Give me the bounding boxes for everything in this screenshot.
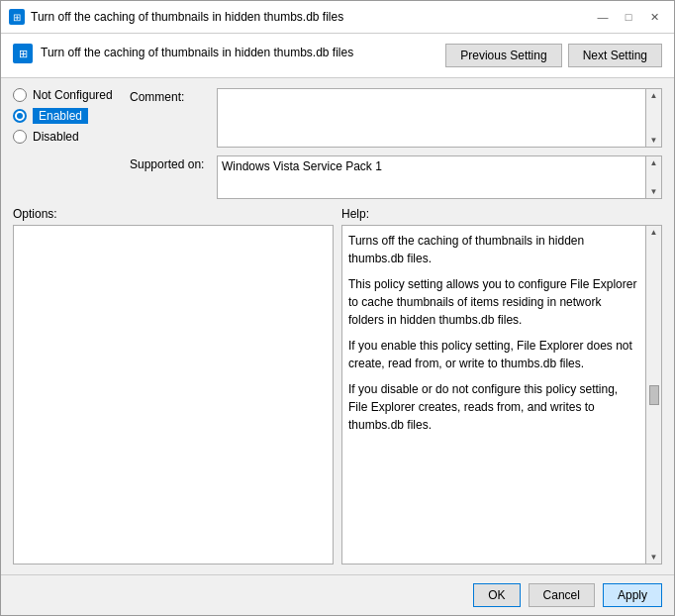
comment-scrollbar[interactable]: ▲ ▼ [645,89,661,147]
supported-scroll-up: ▲ [650,158,658,167]
apply-button[interactable]: Apply [603,583,662,607]
help-scrollbar[interactable]: ▲ ▼ [645,226,661,564]
header-left: ⊞ Turn off the caching of thumbnails in … [13,44,445,63]
radio-disabled[interactable]: Disabled [13,130,122,144]
policy-icon: ⊞ [13,44,33,63]
options-panel [13,225,334,565]
cancel-button[interactable]: Cancel [529,583,595,607]
radio-circle-enabled [13,109,27,123]
header-title: Turn off the caching of thumbnails in hi… [41,46,353,61]
supported-scrollbar[interactable]: ▲ ▼ [645,156,661,198]
options-content [14,226,333,564]
previous-setting-button[interactable]: Previous Setting [445,44,561,67]
next-setting-button[interactable]: Next Setting [568,44,662,67]
scroll-up-arrow: ▲ [650,91,658,100]
help-panel: Turns off the caching of thumbnails in h… [341,225,662,565]
radio-label-enabled: Enabled [33,108,88,124]
header-section: ⊞ Turn off the caching of thumbnails in … [1,34,674,78]
supported-value: Windows Vista Service Pack 1 [222,159,382,173]
comment-row: Comment: ▲ ▼ [130,88,662,148]
supported-content: Windows Vista Service Pack 1 [218,156,645,198]
bottom-panels: Options: Help: Turns off the caching of … [13,207,662,565]
comment-label: Comment: [130,88,209,104]
help-scroll-down: ▼ [650,553,658,562]
help-content: Turns off the caching of thumbnails in h… [342,226,645,564]
window-icon: ⊞ [9,9,25,25]
content-area: Not Configured Enabled Disabled Comment: [1,78,674,574]
title-bar: ⊞ Turn off the caching of thumbnails in … [1,1,674,34]
supported-label: Supported on: [130,155,209,171]
radio-circle-not-configured [13,88,27,102]
options-label: Options: [13,207,334,221]
supported-scroll-down: ▼ [650,187,658,196]
radio-label-disabled: Disabled [33,130,79,144]
scroll-down-arrow: ▼ [650,136,658,145]
help-section: Help: Turns off the caching of thumbnail… [341,207,662,565]
help-para-1: Turns off the caching of thumbnails in h… [348,232,639,267]
window-title: Turn off the caching of thumbnails in hi… [31,10,343,24]
ok-button[interactable]: OK [473,583,520,607]
radio-not-configured[interactable]: Not Configured [13,88,122,102]
header-buttons: Previous Setting Next Setting [445,44,662,67]
help-para-4: If you disable or do not configure this … [348,380,639,434]
title-bar-left: ⊞ Turn off the caching of thumbnails in … [9,9,343,25]
comment-input[interactable] [218,89,645,147]
form-area: Comment: ▲ ▼ Supported on: Windows [130,88,662,199]
supported-row: Supported on: Windows Vista Service Pack… [130,155,662,199]
radio-config-row: Not Configured Enabled Disabled Comment: [13,88,662,199]
radio-column: Not Configured Enabled Disabled [13,88,122,199]
close-button[interactable]: ✕ [642,7,666,27]
minimize-button[interactable]: — [591,7,615,27]
options-section: Options: [13,207,334,565]
title-controls: — □ ✕ [591,7,666,27]
footer: OK Cancel Apply [1,574,674,615]
maximize-button[interactable]: □ [617,7,640,27]
help-scroll-up: ▲ [650,228,658,237]
radio-enabled[interactable]: Enabled [13,108,122,124]
radio-label-not-configured: Not Configured [33,88,113,102]
radio-circle-disabled [13,130,27,144]
help-para-2: This policy setting allows you to config… [348,275,639,329]
help-label: Help: [341,207,662,221]
dialog-window: ⊞ Turn off the caching of thumbnails in … [0,0,675,616]
help-scroll-thumb [649,385,659,405]
help-para-3: If you enable this policy setting, File … [348,337,639,372]
